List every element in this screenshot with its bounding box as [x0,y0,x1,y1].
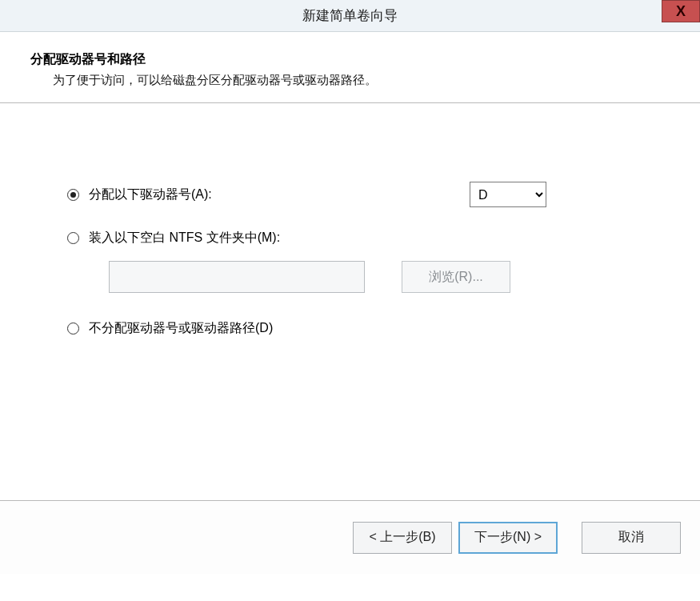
page-subtitle: 为了便于访问，可以给磁盘分区分配驱动器号或驱动器路径。 [53,73,694,88]
cancel-button[interactable]: 取消 [582,522,681,554]
wizard-footer: < 上一步(B) 下一步(N) > 取消 [0,500,700,574]
mount-folder-row: 浏览(R)... [109,261,652,293]
radio-no-assign[interactable] [67,323,79,335]
option-assign-letter[interactable]: 分配以下驱动器号(A): D [67,182,652,207]
assign-letter-label: 分配以下驱动器号(A): [89,186,212,203]
option-mount-folder[interactable]: 装入以下空白 NTFS 文件夹中(M): [67,230,652,246]
wizard-content: 分配以下驱动器号(A): D 装入以下空白 NTFS 文件夹中(M): 浏览(R… [0,103,700,500]
next-button[interactable]: 下一步(N) > [458,522,558,554]
wizard-header: 分配驱动器号和路径 为了便于访问，可以给磁盘分区分配驱动器号或驱动器路径。 [0,32,700,102]
close-button[interactable]: X [662,0,700,22]
drive-letter-select[interactable]: D [470,182,546,207]
back-button[interactable]: < 上一步(B) [353,522,452,554]
radio-mount-folder[interactable] [67,232,79,244]
close-icon: X [676,3,686,20]
radio-assign-letter[interactable] [67,189,79,201]
browse-button: 浏览(R)... [402,261,510,293]
option-no-assign[interactable]: 不分配驱动器号或驱动器路径(D) [67,320,652,337]
page-heading: 分配驱动器号和路径 [30,51,694,68]
mount-path-input [109,261,365,293]
no-assign-label: 不分配驱动器号或驱动器路径(D) [89,320,273,337]
mount-folder-label: 装入以下空白 NTFS 文件夹中(M): [89,230,280,246]
titlebar: 新建简单卷向导 X [0,0,700,32]
window-title: 新建简单卷向导 [302,6,398,25]
